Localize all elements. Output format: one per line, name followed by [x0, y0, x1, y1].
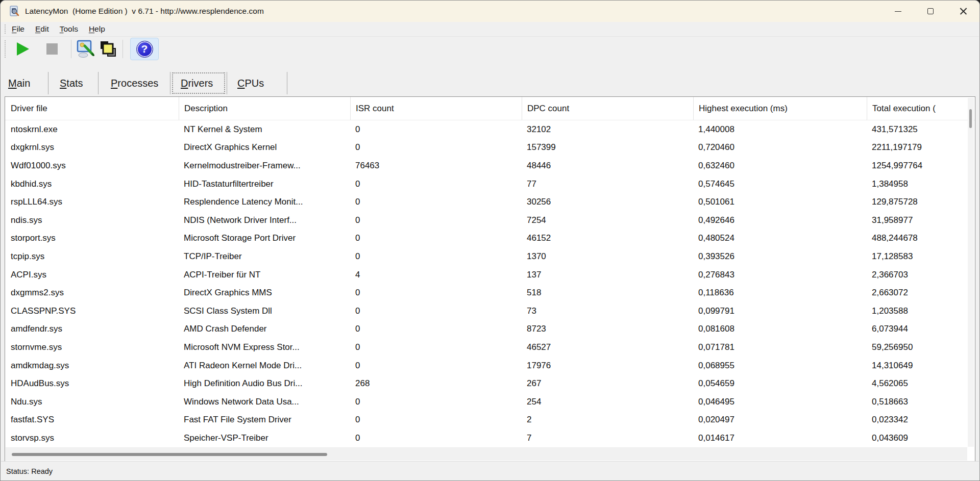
cell-dpc-count: 157399 [522, 139, 693, 157]
table-row[interactable]: storvsp.sys Speicher-VSP-Treiber 0 7 0,0… [5, 429, 968, 447]
cell-description: NT Kernel & System [179, 120, 350, 139]
table-row[interactable]: dxgkrnl.sys DirectX Graphics Kernel 0 15… [5, 139, 968, 157]
tab-main[interactable]: Main [1, 71, 48, 95]
cell-total-execution: 2211,197179 [867, 139, 968, 157]
column-header-driver-file[interactable]: Driver file [5, 97, 179, 120]
cell-dpc-count: 73 [522, 302, 693, 320]
table-row[interactable]: ntoskrnl.exe NT Kernel & System 0 32102 … [5, 120, 968, 139]
close-icon [960, 8, 967, 15]
cell-description: ACPI-Treiber für NT [179, 266, 350, 284]
table-row[interactable]: amdkmdag.sys ATI Radeon Kernel Mode Dri.… [5, 357, 968, 375]
cell-isr-count: 76463 [350, 157, 522, 175]
column-header-highest-execution[interactable]: Highest execution (ms) [693, 97, 867, 120]
tab-drivers[interactable]: Drivers [170, 71, 227, 95]
cell-dpc-count: 2 [522, 411, 693, 429]
cell-isr-count: 0 [350, 411, 522, 429]
stop-button[interactable] [39, 38, 68, 60]
cell-dpc-count: 137 [522, 266, 693, 284]
column-header-dpc-count[interactable]: DPC count [522, 97, 693, 120]
menu-tools[interactable]: Tools [55, 24, 83, 34]
cell-isr-count: 0 [350, 320, 522, 339]
latencymon-window: LatencyMon (Home Edition ) v 6.71 - http… [0, 0, 980, 481]
cell-isr-count: 0 [350, 230, 522, 248]
table-row[interactable]: Wdf01000.sys Kernelmodustreiber-Framew..… [5, 157, 968, 175]
menu-file[interactable]: File [7, 24, 29, 34]
cell-isr-count: 0 [350, 338, 522, 357]
cell-highest-execution: 0,492646 [693, 211, 867, 230]
cell-isr-count: 0 [350, 175, 522, 193]
cell-driver-file: storvsp.sys [5, 429, 179, 447]
cell-total-execution: 0,043609 [867, 429, 968, 447]
minimize-icon [895, 11, 901, 12]
column-header-isr-count[interactable]: ISR count [350, 97, 522, 120]
horizontal-scrollbar[interactable] [6, 447, 967, 461]
table-row[interactable]: fastfat.SYS Fast FAT File System Driver … [5, 411, 968, 429]
cell-dpc-count: 48446 [522, 157, 693, 175]
cell-total-execution: 488,244678 [867, 230, 968, 248]
cell-total-execution: 1,384958 [867, 175, 968, 193]
monitor-pencil-icon [76, 40, 95, 58]
cell-driver-file: fastfat.SYS [5, 411, 179, 429]
copy-report-button[interactable] [97, 38, 119, 60]
cell-total-execution: 6,073944 [867, 320, 968, 339]
table-row[interactable]: dxgmms2.sys DirectX Graphics MMS 0 518 0… [5, 284, 968, 302]
help-button[interactable]: ? [130, 38, 159, 60]
cell-isr-count: 4 [350, 266, 522, 284]
table-row[interactable]: CLASSPNP.SYS SCSI Class System Dll 0 73 … [5, 302, 968, 320]
cell-driver-file: rspLLL64.sys [5, 193, 179, 211]
table-row[interactable]: ACPI.sys ACPI-Treiber für NT 4 137 0,276… [5, 266, 968, 284]
cell-driver-file: Wdf01000.sys [5, 157, 179, 175]
cell-description: ATI Radeon Kernel Mode Dri... [179, 357, 350, 375]
vertical-scrollbar-thumb[interactable] [969, 109, 972, 128]
cell-total-execution: 0,023342 [867, 411, 968, 429]
table-row[interactable]: Ndu.sys Windows Network Data Usa... 0 25… [5, 393, 968, 411]
vertical-scrollbar[interactable] [968, 98, 974, 447]
cell-isr-count: 0 [350, 393, 522, 411]
cell-description: Fast FAT File System Driver [179, 411, 350, 429]
cell-isr-count: 0 [350, 429, 522, 447]
help-icon: ? [136, 41, 153, 58]
cell-description: DirectX Graphics Kernel [179, 139, 350, 157]
maximize-button[interactable] [914, 1, 947, 22]
cell-dpc-count: 77 [522, 175, 693, 193]
menu-edit[interactable]: Edit [31, 24, 54, 34]
table-row[interactable]: kbdhid.sys HID-Tastaturfiltertreiber 0 7… [5, 175, 968, 193]
table-row[interactable]: stornvme.sys Microsoft NVM Express Stor.… [5, 338, 968, 357]
menu-gripper-handle[interactable] [5, 24, 6, 34]
cell-highest-execution: 0,276843 [693, 266, 867, 284]
toolbar-separator [122, 40, 123, 58]
cell-driver-file: kbdhid.sys [5, 175, 179, 193]
cell-driver-file: dxgmms2.sys [5, 284, 179, 302]
window-title: LatencyMon (Home Edition ) v 6.71 - http… [25, 7, 264, 16]
cell-description: High Definition Audio Bus Dri... [179, 374, 350, 393]
cell-total-execution: 14,310649 [867, 357, 968, 375]
window-controls [881, 1, 979, 22]
tab-cpus[interactable]: CPUs [227, 71, 287, 95]
options-button[interactable] [75, 38, 97, 60]
cell-highest-execution: 0,501061 [693, 193, 867, 211]
table-row[interactable]: ndis.sys NDIS (Network Driver Interf... … [5, 211, 968, 230]
minimize-button[interactable] [881, 1, 914, 22]
cell-dpc-count: 17976 [522, 357, 693, 375]
cell-dpc-count: 7254 [522, 211, 693, 230]
menu-help[interactable]: Help [84, 24, 110, 34]
tab-processes[interactable]: Processes [99, 71, 170, 95]
start-button[interactable] [6, 38, 39, 60]
column-header-description[interactable]: Description [179, 97, 350, 120]
tab-stats[interactable]: Stats [48, 71, 98, 95]
cell-highest-execution: 0,118636 [693, 284, 867, 302]
close-button[interactable] [947, 1, 979, 22]
table-row[interactable]: tcpip.sys TCP/IP-Treiber 0 1370 0,393526… [5, 247, 968, 266]
table-row[interactable]: rspLLL64.sys Resplendence Latency Monit.… [5, 193, 968, 211]
table-row[interactable]: amdfendr.sys AMD Crash Defender 0 8723 0… [5, 320, 968, 339]
table-row[interactable]: HDAudBus.sys High Definition Audio Bus D… [5, 374, 968, 393]
cell-driver-file: dxgkrnl.sys [5, 139, 179, 157]
horizontal-scrollbar-thumb[interactable] [12, 453, 327, 456]
cell-total-execution: 4,562065 [867, 374, 968, 393]
tab-separator [287, 72, 287, 94]
table-row[interactable]: storport.sys Microsoft Storage Port Driv… [5, 230, 968, 248]
cell-total-execution: 17,128583 [867, 247, 968, 266]
column-header-total-execution[interactable]: Total execution ( [867, 97, 975, 120]
cell-description: Resplendence Latency Monit... [179, 193, 350, 211]
cell-total-execution: 1,203588 [867, 302, 968, 320]
